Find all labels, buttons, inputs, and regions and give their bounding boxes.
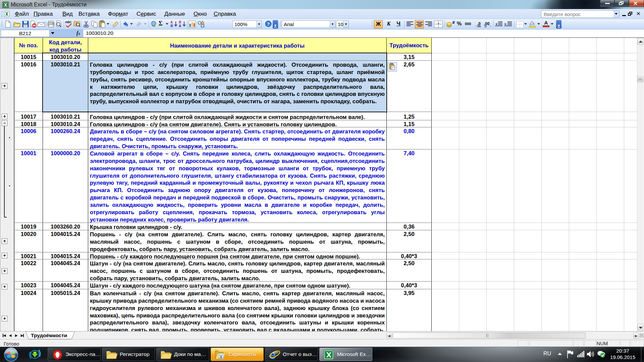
svg-text:a: a <box>437 22 439 25</box>
svg-text:?: ? <box>267 21 270 26</box>
svg-text:₽: ₽ <box>452 20 455 24</box>
